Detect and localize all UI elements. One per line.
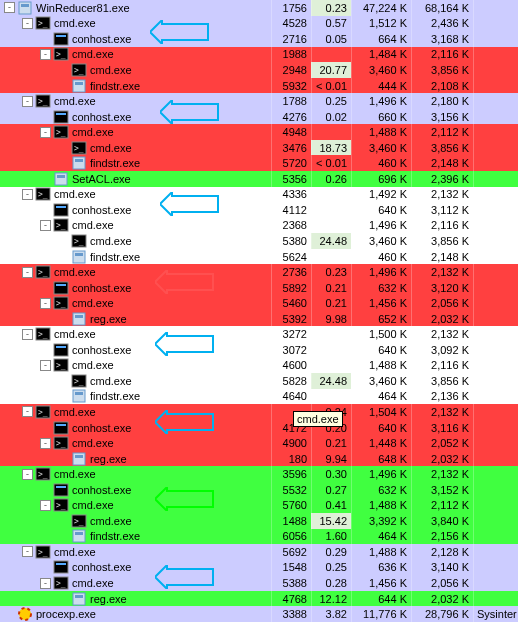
process-row[interactable]: ->_cmd.exe56920.291,488 K2,128 K <box>0 544 518 560</box>
tree-expander[interactable]: - <box>40 220 51 231</box>
process-name: conhost.exe <box>71 204 271 216</box>
process-name: cmd.exe <box>53 328 271 340</box>
tree-expander[interactable]: - <box>40 438 51 449</box>
svg-text:>_: >_ <box>38 330 48 339</box>
process-pid: 4276 <box>271 109 311 125</box>
cmd-icon: >_ <box>35 93 51 109</box>
tree-expander[interactable]: - <box>40 360 51 371</box>
process-row[interactable]: conhost.exe58920.21632 K3,120 K <box>0 280 518 296</box>
process-row[interactable]: ->_cmd.exe23681,496 K2,116 K <box>0 218 518 234</box>
process-row[interactable]: ->_cmd.exe53880.281,456 K2,056 K <box>0 575 518 591</box>
tree-expander[interactable]: - <box>22 189 33 200</box>
process-row[interactable]: conhost.exe42760.02660 K3,156 K <box>0 109 518 125</box>
process-pid: 4112 <box>271 202 311 218</box>
process-row[interactable]: ->_cmd.exe54600.211,456 K2,056 K <box>0 295 518 311</box>
process-row[interactable]: reg.exe53929.98652 K2,032 K <box>0 311 518 327</box>
process-row[interactable]: ->_cmd.exe17880.251,496 K2,180 K <box>0 93 518 109</box>
process-row[interactable]: ->_cmd.exe43361,492 K2,132 K <box>0 187 518 203</box>
svg-rect-72 <box>54 561 68 573</box>
cmd-icon: >_ <box>35 186 51 202</box>
process-row[interactable]: findstr.exe5932< 0.01444 K2,108 K <box>0 78 518 94</box>
svg-text:>_: >_ <box>38 97 48 106</box>
process-pid: 1488 <box>271 513 311 529</box>
process-row[interactable]: findstr.exe5720< 0.01460 K2,148 K <box>0 155 518 171</box>
process-description: Sysinter <box>473 606 518 622</box>
process-row[interactable]: >_cmd.exe582824.483,460 K3,856 K <box>0 373 518 389</box>
process-working-set: 3,856 K <box>411 233 473 249</box>
svg-rect-55 <box>56 424 66 426</box>
process-row[interactable]: procexp.exe33883.8211,776 K28,796 KSysin… <box>0 606 518 622</box>
process-pid: 180 <box>271 451 311 467</box>
process-row[interactable]: findstr.exe5624460 K2,148 K <box>0 249 518 265</box>
tree-expander[interactable]: - <box>4 2 15 13</box>
process-row[interactable]: ->_cmd.exe49481,488 K2,112 K <box>0 124 518 140</box>
tree-expander[interactable]: - <box>40 49 51 60</box>
svg-text:>_: >_ <box>74 377 84 386</box>
process-row[interactable]: reg.exe1809.94648 K2,032 K <box>0 451 518 467</box>
process-pid: 5624 <box>271 249 311 265</box>
process-tree[interactable]: -WinReducer81.exe17560.2347,224 K68,164 … <box>0 0 518 622</box>
svg-rect-69 <box>75 532 83 535</box>
process-row[interactable]: >_cmd.exe347618.733,460 K3,856 K <box>0 140 518 156</box>
process-working-set: 2,032 K <box>411 451 473 467</box>
process-row[interactable]: ->_cmd.exe57600.411,488 K2,112 K <box>0 498 518 514</box>
process-name: SetACL.exe <box>71 173 271 185</box>
tree-expander[interactable]: - <box>22 546 33 557</box>
process-description <box>473 358 518 374</box>
tree-expander[interactable]: - <box>22 18 33 29</box>
svg-rect-41 <box>75 315 83 318</box>
process-row[interactable]: conhost.exe3072640 K3,092 K <box>0 342 518 358</box>
tree-expander[interactable]: - <box>22 267 33 278</box>
process-pid: 1788 <box>271 93 311 109</box>
process-row[interactable]: conhost.exe41720.20640 K3,116 K <box>0 420 518 436</box>
process-private-bytes: 460 K <box>351 155 411 171</box>
process-row[interactable]: -WinReducer81.exe17560.2347,224 K68,164 … <box>0 0 518 16</box>
process-row[interactable]: ->_cmd.exe45280.571,512 K2,436 K <box>0 16 518 32</box>
process-pid: 6056 <box>271 529 311 545</box>
process-row[interactable]: conhost.exe15480.25636 K3,140 K <box>0 560 518 576</box>
process-row[interactable]: ->_cmd.exe49000.211,448 K2,052 K <box>0 435 518 451</box>
process-description <box>473 218 518 234</box>
tree-expander[interactable]: - <box>40 127 51 138</box>
process-row[interactable]: findstr.exe60561.60464 K2,156 K <box>0 529 518 545</box>
process-row[interactable]: >_cmd.exe294820.773,460 K3,856 K <box>0 62 518 78</box>
process-working-set: 3,856 K <box>411 373 473 389</box>
process-pid: 4640 <box>271 389 311 405</box>
process-row[interactable]: conhost.exe27160.05664 K3,168 K <box>0 31 518 47</box>
tree-expander[interactable]: - <box>22 329 33 340</box>
process-name: cmd.exe <box>71 437 271 449</box>
process-private-bytes: 3,460 K <box>351 233 411 249</box>
process-row[interactable]: ->_cmd.exe27360.231,496 K2,132 K <box>0 264 518 280</box>
process-row[interactable]: ->_cmd.exe19881,484 K2,116 K <box>0 47 518 63</box>
tree-expander[interactable]: - <box>40 578 51 589</box>
process-row[interactable]: ->_cmd.exe35960.301,496 K2,132 K <box>0 466 518 482</box>
con-icon <box>53 482 69 498</box>
process-description <box>473 529 518 545</box>
process-description <box>473 93 518 109</box>
process-name: cmd.exe <box>71 126 271 138</box>
process-name: findstr.exe <box>89 80 271 92</box>
tree-expander[interactable]: - <box>40 500 51 511</box>
svg-rect-14 <box>54 111 68 123</box>
tree-expander[interactable]: - <box>22 406 33 417</box>
process-name: cmd.exe <box>53 406 271 418</box>
process-pid: 5388 <box>271 575 311 591</box>
process-row[interactable]: conhost.exe4112640 K3,112 K <box>0 202 518 218</box>
process-row[interactable]: >_cmd.exe148815.423,392 K3,840 K <box>0 513 518 529</box>
process-pid: 1548 <box>271 560 311 576</box>
process-private-bytes: 3,392 K <box>351 513 411 529</box>
process-row[interactable]: ->_cmd.exe46001,488 K2,116 K <box>0 358 518 374</box>
process-row[interactable]: SetACL.exe53560.26696 K2,396 K <box>0 171 518 187</box>
tree-expander[interactable]: - <box>40 298 51 309</box>
process-row[interactable]: ->_cmd.exe32721,500 K2,132 K <box>0 326 518 342</box>
process-row[interactable]: ->_cmd.exe0.241,504 K2,132 K <box>0 404 518 420</box>
process-row[interactable]: reg.exe476812.12644 K2,032 K <box>0 591 518 607</box>
app-icon <box>71 591 87 607</box>
process-description <box>473 233 518 249</box>
process-row[interactable]: >_cmd.exe538024.483,460 K3,856 K <box>0 233 518 249</box>
process-row[interactable]: findstr.exe4640464 K2,136 K <box>0 389 518 405</box>
process-working-set: 3,116 K <box>411 420 473 436</box>
tree-expander[interactable]: - <box>22 469 33 480</box>
process-row[interactable]: conhost.exe55320.27632 K3,152 K <box>0 482 518 498</box>
tree-expander[interactable]: - <box>22 96 33 107</box>
